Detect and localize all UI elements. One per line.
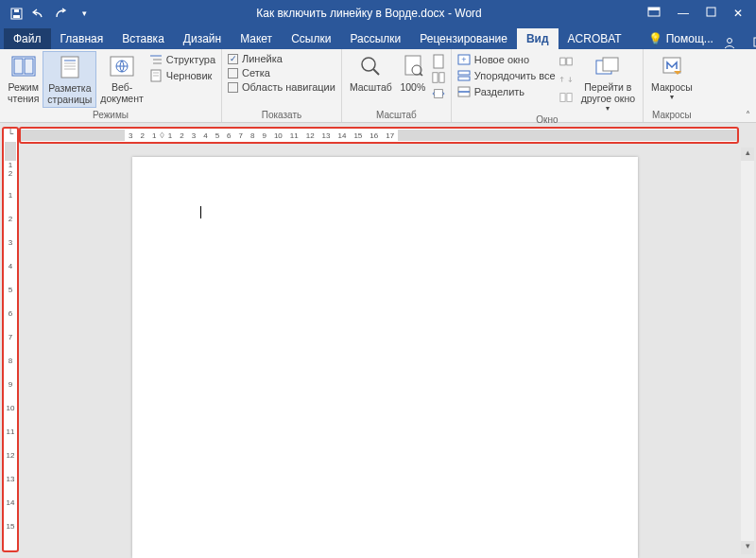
web-layout-icon bbox=[109, 53, 135, 79]
svg-rect-30 bbox=[434, 55, 443, 68]
outline-button[interactable]: Структура bbox=[149, 53, 215, 66]
ruler-tick: 13 bbox=[7, 475, 15, 483]
svg-rect-43 bbox=[567, 94, 572, 102]
tab-insert[interactable]: Вставка bbox=[112, 28, 174, 49]
outline-icon bbox=[149, 53, 163, 66]
horizontal-ruler[interactable]: 3 2 1 ◊ 1 2 3 4 5 6 7 8 9 10 11 12 13 14… bbox=[19, 127, 739, 144]
read-mode-icon bbox=[10, 53, 37, 79]
ruler-tick: 13 bbox=[318, 131, 335, 140]
redo-icon[interactable] bbox=[55, 7, 68, 20]
web-layout-button[interactable]: Веб- документ bbox=[96, 51, 146, 106]
zoom-100-button[interactable]: 100% bbox=[396, 51, 430, 95]
tab-mailings[interactable]: Рассылки bbox=[340, 28, 410, 49]
svg-line-29 bbox=[420, 73, 422, 76]
vertical-ruler[interactable]: └ 1 2 1 2 3 4 5 6 7 8 9 10 11 12 13 14 1… bbox=[2, 127, 19, 552]
ruler-tick: 3 bbox=[9, 238, 12, 247]
svg-rect-33 bbox=[434, 90, 442, 98]
draft-icon bbox=[149, 69, 163, 82]
macros-label: Макросы bbox=[651, 81, 693, 93]
ruler-tick: 2 bbox=[176, 131, 187, 140]
svg-rect-42 bbox=[560, 94, 565, 102]
collapse-ribbon-icon[interactable]: ˄ bbox=[746, 110, 750, 120]
new-window-button[interactable]: +Новое окно bbox=[457, 53, 556, 66]
ruler-tick: 3 bbox=[125, 131, 136, 140]
gridlines-label: Сетка bbox=[242, 67, 270, 78]
print-layout-button[interactable]: Разметка страницы bbox=[43, 51, 96, 108]
save-icon[interactable] bbox=[9, 7, 23, 20]
group-show-label: Показать bbox=[226, 110, 337, 121]
undo-icon[interactable] bbox=[32, 7, 45, 20]
tab-file[interactable]: Файл bbox=[4, 28, 51, 49]
ruler-tick: 7 bbox=[9, 333, 12, 341]
svg-rect-46 bbox=[663, 58, 680, 73]
lightbulb-icon: 💡 bbox=[648, 32, 662, 45]
ribbon-display-icon[interactable] bbox=[647, 7, 661, 20]
navigation-checkbox[interactable]: Область навигации bbox=[228, 81, 335, 93]
read-mode-button[interactable]: Режим чтения bbox=[4, 51, 43, 106]
svg-rect-11 bbox=[61, 57, 78, 78]
vertical-scrollbar[interactable]: ▴ ▾ bbox=[741, 148, 754, 554]
tab-home[interactable]: Главная bbox=[51, 28, 113, 49]
arrange-all-label: Упорядочить все bbox=[474, 70, 556, 81]
multi-page-icon[interactable] bbox=[432, 71, 445, 84]
tab-view[interactable]: Вид bbox=[517, 28, 558, 49]
ruler-tick: 11 bbox=[286, 131, 302, 140]
arrange-all-button[interactable]: Упорядочить все bbox=[457, 69, 556, 82]
split-button[interactable]: Разделить bbox=[457, 85, 556, 98]
side-by-side-icon[interactable] bbox=[559, 55, 573, 68]
ruler-tick: 6 bbox=[223, 131, 234, 140]
ruler-tick: 1 bbox=[164, 131, 176, 140]
sync-scroll-icon[interactable] bbox=[559, 73, 573, 86]
tab-acrobat[interactable]: ACROBAT bbox=[558, 28, 631, 49]
ruler-tick: 12 bbox=[7, 451, 15, 460]
checkbox-icon bbox=[228, 68, 238, 78]
switch-windows-icon bbox=[594, 53, 621, 79]
ruler-checkbox[interactable]: ✓Линейка bbox=[228, 53, 335, 64]
outline-label: Структура bbox=[166, 54, 215, 65]
tab-references[interactable]: Ссылки bbox=[282, 28, 340, 49]
ruler-tick: 8 bbox=[247, 131, 258, 140]
switch-windows-button[interactable]: Перейти в другое окно▾ bbox=[577, 51, 639, 114]
qat-customize-icon[interactable]: ▾ bbox=[77, 7, 91, 20]
tab-review[interactable]: Рецензирование bbox=[410, 28, 517, 49]
one-page-icon[interactable] bbox=[432, 55, 445, 68]
split-icon bbox=[457, 85, 471, 98]
scroll-up-icon[interactable]: ▴ bbox=[741, 148, 754, 161]
account-icon[interactable] bbox=[723, 36, 736, 49]
minimize-icon[interactable]: — bbox=[678, 7, 689, 20]
svg-rect-2 bbox=[14, 9, 19, 12]
ruler-tick: 1 bbox=[9, 191, 12, 200]
scroll-down-icon[interactable]: ▾ bbox=[741, 541, 754, 554]
page-width-icon[interactable] bbox=[432, 87, 445, 100]
ruler-tick: 8 bbox=[9, 357, 12, 365]
zoom-100-label: 100% bbox=[400, 81, 425, 93]
close-icon[interactable]: ✕ bbox=[733, 7, 743, 20]
svg-rect-10 bbox=[25, 59, 33, 74]
reset-window-icon[interactable] bbox=[559, 91, 573, 104]
ruler-tick: 1 bbox=[9, 161, 12, 169]
draft-button[interactable]: Черновик bbox=[149, 69, 215, 82]
ruler-tick: 6 bbox=[9, 309, 12, 318]
checkbox-icon bbox=[228, 82, 238, 93]
gridlines-checkbox[interactable]: Сетка bbox=[228, 67, 335, 78]
tab-design[interactable]: Дизайн bbox=[174, 28, 231, 49]
ruler-tick: 5 bbox=[212, 131, 223, 140]
help-tell-me[interactable]: 💡Помощ... bbox=[639, 28, 723, 49]
svg-rect-4 bbox=[648, 8, 660, 10]
group-views: Режим чтения Разметка страницы Веб- доку… bbox=[0, 49, 222, 122]
ruler-tick: 2 bbox=[9, 215, 12, 223]
ruler-tick: 10 bbox=[7, 404, 15, 412]
document-title: Как включить линейку в Ворде.docx - Word bbox=[91, 7, 647, 20]
group-window: +Новое окно Упорядочить все Разделить Пе… bbox=[452, 49, 644, 122]
document-page[interactable] bbox=[132, 157, 638, 558]
maximize-icon[interactable] bbox=[706, 7, 716, 20]
text-cursor bbox=[200, 206, 201, 218]
tab-selector-icon[interactable]: └ bbox=[4, 129, 17, 142]
tab-layout[interactable]: Макет bbox=[231, 28, 282, 49]
print-layout-label: Разметка страницы bbox=[47, 82, 92, 105]
svg-rect-41 bbox=[566, 58, 571, 65]
split-label: Разделить bbox=[474, 86, 524, 97]
macros-button[interactable]: Макросы▾ bbox=[647, 51, 696, 103]
zoom-button[interactable]: Масштаб bbox=[346, 51, 396, 95]
ruler-tick: 2 bbox=[136, 131, 147, 140]
